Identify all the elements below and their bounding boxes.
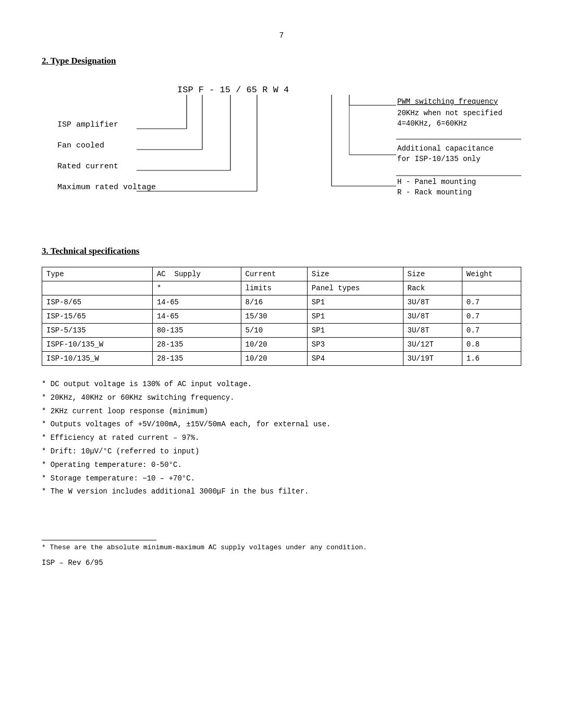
col-current-h1: Current <box>241 267 307 281</box>
label-rated-current: Rated current <box>57 162 118 171</box>
table-header-row1: Type AC Supply Current Size Size Weight <box>42 267 521 281</box>
cell-ac: 28-135 <box>152 338 241 352</box>
col-weight-h2 <box>462 281 521 295</box>
cell-weight: 0.7 <box>462 324 521 338</box>
col-size-panel-h2: Panel types <box>307 281 403 295</box>
cell-current: 10/20 <box>241 352 307 366</box>
note-3: * 2KHz current loop response (minimum) <box>42 405 521 418</box>
cell-size-panel: SP1 <box>307 295 403 310</box>
cell-ac: 80-135 <box>152 324 241 338</box>
table-header-row2: * limits Panel types Rack <box>42 281 521 295</box>
cell-type: ISP-15/65 <box>42 310 153 324</box>
label-cap-line2: for ISP-10/135 only <box>397 155 481 163</box>
cell-weight: 0.7 <box>462 295 521 310</box>
cell-size-panel: SP3 <box>307 338 403 352</box>
note-1: * DC output voltage is 130% of AC input … <box>42 378 521 391</box>
cell-ac: 14-65 <box>152 295 241 310</box>
cell-current: 5/10 <box>241 324 307 338</box>
cell-weight: 0.7 <box>462 310 521 324</box>
note-4: * Outputs voltages of +5V/100mA, ±15V/50… <box>42 418 521 431</box>
cell-size-rack: 3U/19T <box>403 352 462 366</box>
col-size-panel-h1: Size <box>307 267 403 281</box>
section2-title: 2. Type Designation <box>42 56 521 66</box>
cell-size-rack: 3U/8T <box>403 310 462 324</box>
footer-divider <box>42 540 156 540</box>
notes-section: * DC output voltage is 130% of AC input … <box>42 378 521 498</box>
cell-type: ISP-8/65 <box>42 295 153 310</box>
note-6: * Drift: 10μV/°C (referred to input) <box>42 446 521 458</box>
table-row: ISP-8/65 14-65 8/16 SP1 3U/8T 0.7 <box>42 295 521 310</box>
col-size-rack-h1: Size <box>403 267 462 281</box>
label-pwm-line1: 20KHz when not specified <box>397 109 503 117</box>
note-2: * 20KHz, 40KHz or 60KHz switching freque… <box>42 392 521 404</box>
cell-weight: 1.6 <box>462 352 521 366</box>
table-row: ISP-10/135_W 28-135 10/20 SP4 3U/19T 1.6 <box>42 352 521 366</box>
cell-current: 8/16 <box>241 295 307 310</box>
cell-size-rack: 3U/8T <box>403 324 462 338</box>
cell-size-rack: 3U/8T <box>403 295 462 310</box>
cell-weight: 0.8 <box>462 338 521 352</box>
note-8: * Storage temperature: −10 – +70°C. <box>42 473 521 485</box>
label-panel-mount: H - Panel mounting <box>397 178 476 186</box>
col-size-rack-h2: Rack <box>403 281 462 295</box>
col-ac-h2: * <box>152 281 241 295</box>
cell-ac: 28-135 <box>152 352 241 366</box>
cell-ac: 14-65 <box>152 310 241 324</box>
page-number: 7 <box>42 31 521 40</box>
footer-note: * These are the absolute minimum-maximum… <box>42 544 521 551</box>
col-type-h2 <box>42 281 153 295</box>
cell-current: 10/20 <box>241 338 307 352</box>
note-7: * Operating temperature: 0-50°C. <box>42 459 521 472</box>
cell-type: ISPF-10/135_W <box>42 338 153 352</box>
cell-size-rack: 3U/12T <box>403 338 462 352</box>
cell-size-panel: SP1 <box>307 310 403 324</box>
label-isp-amplifier: ISP amplifier <box>57 120 118 129</box>
section3-title: 3. Technical specifications <box>42 246 521 256</box>
col-current-h2: limits <box>241 281 307 295</box>
col-weight-h1: Weight <box>462 267 521 281</box>
table-row: ISPF-10/135_W 28-135 10/20 SP3 3U/12T 0.… <box>42 338 521 352</box>
type-designation-diagram: ISP F - 15 / 65 R W 4 ISP amplifier Fan … <box>42 77 521 225</box>
label-fan-cooled: Fan cooled <box>57 141 104 150</box>
col-ac-h1: AC Supply <box>152 267 241 281</box>
label-max-voltage: Maximum rated voltage <box>57 183 156 192</box>
cell-type: ISP-10/135_W <box>42 352 153 366</box>
note-9: * The W version includes additional 3000… <box>42 486 521 498</box>
table-row: ISP-15/65 14-65 15/30 SP1 3U/8T 0.7 <box>42 310 521 324</box>
col-type-h1: Type <box>42 267 153 281</box>
label-pwm-title: PWM switching frequency <box>397 97 498 106</box>
cell-type: ISP-5/135 <box>42 324 153 338</box>
label-cap-line1: Additional capacitance <box>397 144 494 153</box>
cell-size-panel: SP1 <box>307 324 403 338</box>
designation-string: ISP F - 15 / 65 R W 4 <box>177 85 289 95</box>
note-5: * Efficiency at rated current – 97%. <box>42 432 521 445</box>
footer-revision: ISP – Rev 6/95 <box>42 559 521 567</box>
cell-current: 15/30 <box>241 310 307 324</box>
table-row: ISP-5/135 80-135 5/10 SP1 3U/8T 0.7 <box>42 324 521 338</box>
spec-table: Type AC Supply Current Size Size Weight … <box>42 267 521 366</box>
cell-size-panel: SP4 <box>307 352 403 366</box>
label-pwm-line2: 4=40KHz, 6=60KHz <box>397 119 467 128</box>
label-rack-mount: R - Rack mounting <box>397 188 472 196</box>
